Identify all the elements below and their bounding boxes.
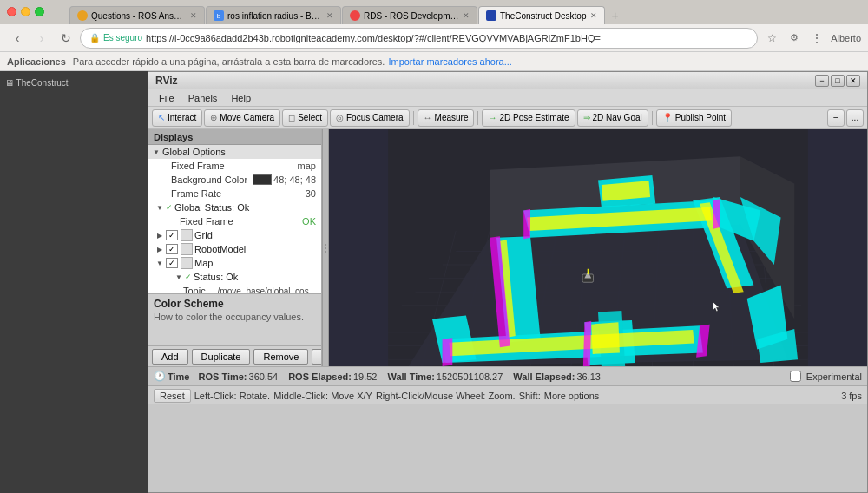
grid-row[interactable]: ▶ ✓ Grid (148, 228, 321, 242)
new-tab-btn[interactable]: + (606, 7, 625, 24)
menu-file[interactable]: File (152, 90, 181, 106)
browser-tab-1[interactable]: Questions - ROS Answers: Op... ✕ (69, 6, 205, 24)
rviz-titlebar: RViz − □ ✕ (148, 72, 867, 89)
3d-scene (329, 129, 867, 366)
toolbar-separator-3 (652, 111, 653, 125)
minimize-window-btn[interactable] (21, 7, 30, 16)
displays-tree: ▼ Global Options Fixed Frame map Backgro… (148, 145, 321, 293)
global-options-label: Global Options (162, 147, 226, 157)
toolbar-interact-btn[interactable]: ↖ Interact (152, 109, 202, 127)
fixed-frame-status-label: Fixed Frame (180, 216, 302, 227)
map-row[interactable]: ▼ ✓ Map (148, 256, 321, 270)
topic-label: Topic (183, 286, 218, 293)
remove-btn[interactable]: Remove (253, 349, 308, 365)
left-click-hint: Left-Click: Rotate. (194, 391, 270, 401)
toolbar-separator-1 (413, 111, 414, 125)
secure-label: Es seguro (103, 33, 142, 43)
toolbar-nav-btn[interactable]: ⇒ 2D Nav Goal (577, 109, 648, 127)
3d-viewport[interactable] (329, 129, 867, 366)
experimental-label: Experimental (806, 371, 862, 382)
wall-elapsed-val: 36.13 (576, 371, 601, 382)
bg-color-row[interactable]: Background Color 48; 48; 48 (148, 173, 321, 187)
wall-elapsed-label: Wall Elapsed: (513, 371, 575, 382)
secure-icon: 🔒 (89, 33, 100, 43)
frame-rate-label: Frame Rate (171, 188, 306, 199)
time-bar: 🕐 Time ROS Time: 360.54 ROS Elapsed: 19.… (148, 366, 867, 385)
menu-btn[interactable]: ⋮ (806, 28, 827, 49)
toolbar-focus-btn[interactable]: ◎ Focus Camera (330, 109, 410, 127)
clock-icon: 🕐 (154, 371, 166, 382)
toolbar-separator-2 (477, 111, 478, 125)
rviz-window: RViz − □ ✕ File Panels Help ↖ Interact ⊕… (148, 71, 868, 493)
right-click-hint: Right-Click/Mouse Wheel: Zoom. (376, 391, 516, 401)
reload-btn[interactable]: ↻ (56, 28, 76, 49)
rename-btn[interactable]: Rename (312, 349, 322, 365)
toolbar-measure-btn[interactable]: ↔ Measure (418, 109, 475, 127)
user-avatar[interactable]: Alberto (831, 33, 861, 43)
rviz-close-btn[interactable]: ✕ (846, 75, 860, 87)
rviz-maximize-btn[interactable]: □ (831, 75, 845, 87)
reset-btn[interactable]: Reset (154, 389, 191, 403)
map-status-row[interactable]: ▼ ✓ Status: Ok (148, 270, 321, 284)
menu-panels[interactable]: Panels (181, 90, 225, 106)
wall-time-label: Wall Time: (387, 371, 434, 382)
toolbar-extra2-btn[interactable]: ... (846, 109, 864, 127)
frame-rate-val: 30 (306, 188, 319, 199)
bg-color-val: 48; 48; 48 (273, 174, 319, 185)
resize-handle[interactable] (322, 129, 329, 366)
browser-tab-4[interactable]: TheConstruct Desktop ✕ (478, 6, 605, 24)
rviz-menubar: File Panels Help (148, 89, 867, 107)
toolbar-publish-btn[interactable]: 📍 Publish Point (656, 109, 732, 127)
grid-icon (181, 229, 193, 241)
browser-tab-2[interactable]: b ros inflation radius - Buscar c... ✕ (206, 6, 341, 24)
bookmark-btn[interactable]: ☆ (761, 28, 782, 49)
fixed-frame-row[interactable]: Fixed Frame map (148, 159, 321, 173)
time-label: Time (168, 371, 189, 382)
bookmarks-hint: Para acceder rápido a una página, arrást… (73, 56, 385, 67)
grid-label: Grid (194, 230, 213, 240)
traffic-lights (7, 7, 44, 16)
info-description: How to color the occupancy values. (154, 312, 316, 322)
back-btn[interactable]: ‹ (7, 28, 28, 49)
fps-display: 3 fps (841, 391, 862, 401)
wall-time-val: 1520501108.27 (437, 371, 503, 382)
browser-actions: ☆ ⚙ ⋮ (761, 28, 827, 49)
toolbar-select-btn[interactable]: ◻ Select (282, 109, 328, 127)
close-window-btn[interactable] (7, 7, 16, 16)
toolbar-pose-btn[interactable]: → 2D Pose Estimate (482, 109, 575, 127)
fixed-frame-status-val: OK (302, 216, 319, 227)
experimental-checkbox[interactable] (790, 371, 801, 382)
map-status-label: Status: Ok (194, 272, 238, 282)
status-bar: Reset Left-Click: Rotate. Middle-Click: … (148, 385, 867, 404)
more-options-hint: More options (544, 391, 600, 401)
address-bar[interactable]: 🔒 Es seguro https://i-0cc9a86adadd2b43b.… (80, 28, 758, 49)
map-icon (181, 257, 193, 269)
frame-rate-row[interactable]: Frame Rate 30 (148, 187, 321, 200)
global-options-row[interactable]: ▼ Global Options (148, 145, 321, 159)
maximize-window-btn[interactable] (35, 7, 44, 16)
ros-elapsed-val: 19.52 (353, 371, 378, 382)
global-status-row[interactable]: ▼ ✓ Global Status: Ok (148, 200, 321, 214)
address-text: https://i-0cc9a86adadd2b43b.robotignitea… (146, 33, 601, 43)
displays-panel: Displays ▼ Global Options Fixed Frame ma… (148, 129, 322, 366)
toolbar-move-camera-btn[interactable]: ⊕ Move Camera (204, 109, 280, 127)
panel-buttons: Add Duplicate Remove Rename (148, 345, 321, 366)
menu-help[interactable]: Help (224, 90, 258, 106)
duplicate-btn[interactable]: Duplicate (192, 349, 251, 365)
info-panel: Color Scheme How to color the occupancy … (148, 293, 321, 345)
displays-header: Displays (148, 129, 321, 145)
ros-time-label: ROS Time: (198, 371, 247, 382)
global-status-label: Global Status: Ok (174, 202, 249, 213)
browser-tab-3[interactable]: RDS - ROS Development Studi... ✕ (342, 6, 477, 24)
bookmarks-label: Aplicaciones (7, 56, 66, 67)
toolbar-extra-btn[interactable]: − (827, 109, 845, 127)
topic-row[interactable]: Topic /move_base/global_cos... (148, 284, 321, 293)
robot-model-row[interactable]: ▶ ✓ RobotModel (148, 242, 321, 256)
fixed-frame-status-row[interactable]: Fixed Frame OK (148, 214, 321, 228)
fixed-frame-val: map (298, 161, 319, 171)
bookmarks-link[interactable]: Importar marcadores ahora... (388, 56, 511, 67)
extensions-btn[interactable]: ⚙ (784, 28, 805, 49)
add-btn[interactable]: Add (152, 349, 188, 365)
rviz-minimize-btn[interactable]: − (815, 75, 829, 87)
forward-btn[interactable]: › (31, 28, 52, 49)
